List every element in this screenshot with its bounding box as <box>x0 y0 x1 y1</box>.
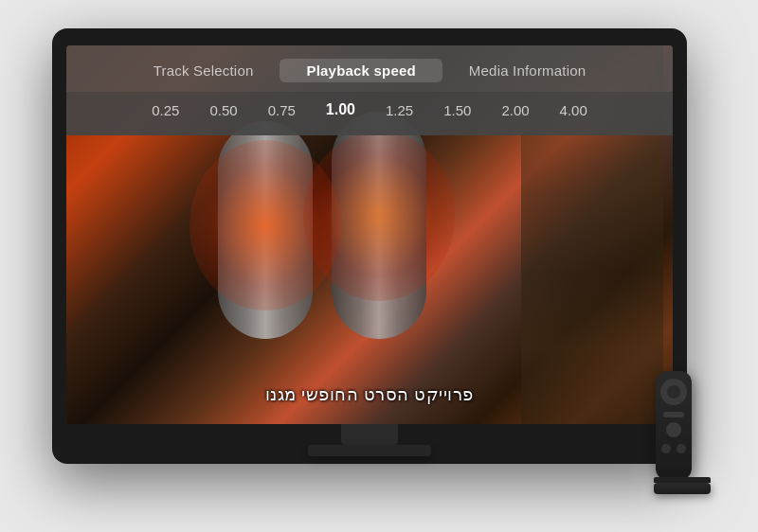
pipe-right-glow <box>303 131 455 301</box>
speed-0-25[interactable]: 0.25 <box>136 98 194 122</box>
remote-volume-button[interactable] <box>677 444 686 453</box>
speed-2-00[interactable]: 2.00 <box>486 98 544 122</box>
tab-track-selection[interactable]: Track Selection <box>127 59 280 82</box>
remote-touch-surface[interactable] <box>660 379 687 405</box>
ui-overlay: Track Selection Playback speed Media Inf… <box>66 45 673 135</box>
speed-0-50[interactable]: 0.50 <box>194 98 252 122</box>
speed-1-00[interactable]: 1.00 <box>311 98 370 122</box>
remote-bottom-buttons <box>661 444 686 453</box>
speed-1-50[interactable]: 1.50 <box>428 98 486 122</box>
scene: Track Selection Playback speed Media Inf… <box>0 0 758 532</box>
tv-stand-base <box>308 445 431 456</box>
tv-screen: Track Selection Playback speed Media Inf… <box>66 45 673 424</box>
tab-playback-speed[interactable]: Playback speed <box>280 59 442 82</box>
speed-1-25[interactable]: 1.25 <box>370 98 428 122</box>
apple-tv-remote <box>656 371 692 480</box>
remote-home-button[interactable] <box>666 422 681 437</box>
remote-menu-button[interactable] <box>663 412 684 417</box>
speed-4-00[interactable]: 4.00 <box>545 98 603 122</box>
remote-touch-surface-inner <box>667 385 680 399</box>
appletv-box <box>654 483 711 494</box>
speed-row: 0.25 0.50 0.75 1.00 1.25 1.50 2.00 4.00 <box>66 92 673 135</box>
tab-media-information[interactable]: Media Information <box>442 59 612 82</box>
tv-stand-neck <box>341 424 398 445</box>
subtitle-text: פרוייקט הסרט החופשי מגנו <box>66 384 673 405</box>
tabs-row: Track Selection Playback speed Media Inf… <box>66 45 673 92</box>
tv-body: Track Selection Playback speed Media Inf… <box>52 28 687 464</box>
remote-play-pause-button[interactable] <box>661 444 671 453</box>
speed-0-75[interactable]: 0.75 <box>253 98 311 122</box>
